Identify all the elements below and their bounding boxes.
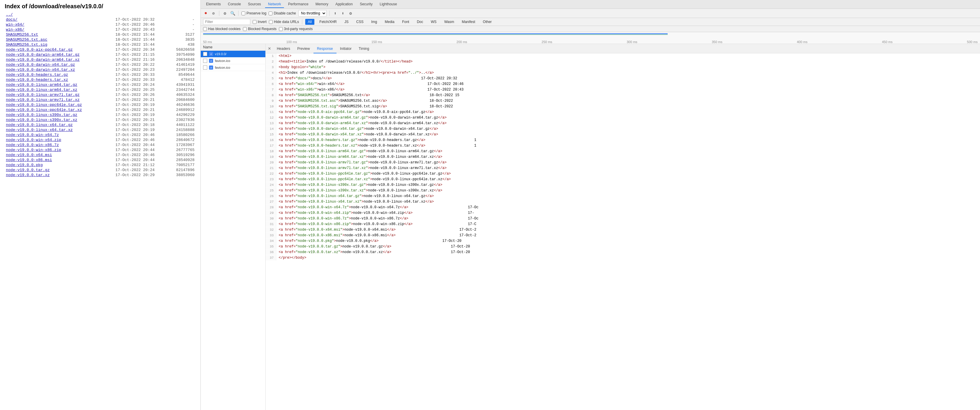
filter-input[interactable]: [203, 19, 250, 25]
entry-link[interactable]: node-v19.0.0-aix-ppc64.tar.gz: [6, 47, 73, 52]
close-details-button[interactable]: ✕: [266, 44, 273, 54]
entry-link[interactable]: node-v19.0.0-linux-ppc64le.tar.xz: [6, 108, 82, 112]
entry-link[interactable]: win-x86/: [6, 27, 24, 32]
entry-link[interactable]: node-v19.0.0-win-x64.7z: [6, 133, 59, 137]
entry-size: 8549644: [169, 72, 196, 77]
invert-checkbox[interactable]: Invert: [253, 20, 267, 24]
request-item[interactable]: d favicon.ico: [201, 57, 266, 64]
entry-link[interactable]: node-v19.0.0-linux-armv7l.tar.xz: [6, 98, 80, 102]
has-blocked-cookies-label: Has blocked cookies: [208, 27, 240, 31]
directory-table: ../ docs/ 17-Oct-2022 20:32 - win-x64/ 1…: [5, 12, 196, 177]
search-icon[interactable]: 🔍: [230, 11, 235, 16]
req-checkbox[interactable]: [203, 65, 207, 70]
filter-icon[interactable]: ⚙: [222, 11, 228, 16]
tab-response[interactable]: Response: [313, 44, 337, 54]
filter-fetch-xhr-button[interactable]: Fetch/XHR: [317, 19, 339, 25]
record-button[interactable]: ●: [203, 11, 208, 16]
entry-link[interactable]: node-v19.0.0-linux-s390x.tar.gz: [6, 113, 77, 117]
tab-memory[interactable]: Memory: [313, 1, 331, 8]
list-item: node-v19.0.0-aix-ppc64.tar.gz 17-Oct-202…: [5, 47, 196, 52]
filter-all-button[interactable]: All: [305, 19, 314, 25]
filter-media-button[interactable]: Media: [382, 19, 397, 25]
req-checkbox[interactable]: [203, 59, 207, 63]
has-blocked-cookies-checkbox[interactable]: Has blocked cookies: [203, 27, 240, 31]
tab-security[interactable]: Security: [357, 1, 375, 8]
entry-link[interactable]: win-x64/: [6, 22, 24, 27]
entry-link[interactable]: node-v19.0.0.pkg: [6, 163, 43, 167]
parent-link[interactable]: ../: [6, 13, 13, 17]
line-content: <a href="node-v19.0.0-darwin-x64.tar.gz"…: [276, 126, 438, 131]
upload-icon[interactable]: ⬆: [332, 11, 338, 16]
entry-link[interactable]: node-v19.0.0-x86.msi: [6, 158, 52, 162]
tab-timing[interactable]: Timing: [355, 44, 373, 54]
entry-link[interactable]: node-v19.0.0-linux-arm64.tar.gz: [6, 82, 77, 87]
disable-cache-checkbox[interactable]: Disable cache: [269, 11, 296, 15]
table-row: 35<a href="node-v19.0.0.tar.gz">node-v19…: [266, 244, 980, 250]
filter-doc-button[interactable]: Doc: [414, 19, 426, 25]
filter-img-button[interactable]: Img: [368, 19, 380, 25]
filter-js-button[interactable]: JS: [342, 19, 351, 25]
tab-preview[interactable]: Preview: [294, 44, 313, 54]
filter-font-button[interactable]: Font: [399, 19, 412, 25]
filter-row-2: Has blocked cookies Blocked Requests 3rd…: [201, 26, 980, 32]
entry-link[interactable]: node-v19.0.0-linux-s390x.tar.xz: [6, 118, 77, 122]
entry-link[interactable]: node-v19.0.0-headers.tar.xz: [6, 78, 68, 82]
entry-size: 23442744: [169, 87, 196, 92]
entry-link[interactable]: node-v19.0.0.tar.xz: [6, 173, 49, 177]
request-item[interactable]: d favicon.ico: [201, 64, 266, 71]
entry-link[interactable]: node-v19.0.0-win-x86.zip: [6, 148, 61, 152]
line-content: <a href="win-x64/">win-x64/</a> 17-Oct-2…: [276, 81, 464, 87]
tab-initiator[interactable]: Initiator: [337, 44, 355, 54]
filter-css-button[interactable]: CSS: [354, 19, 366, 25]
throttling-select[interactable]: No throttling Fast 3G Slow 3G: [298, 10, 326, 16]
tab-elements[interactable]: Elements: [203, 1, 224, 8]
entry-link[interactable]: node-v19.0.0-darwin-x64.tar.gz: [6, 63, 75, 67]
stop-button[interactable]: ⊘: [211, 11, 216, 16]
list-item: node-v19.0.0-x86.msi 17-Oct-2022 20:44 2…: [5, 158, 196, 163]
entry-link[interactable]: node-v19.0.0-linux-ppc64le.tar.gz: [6, 103, 82, 107]
preserve-log-checkbox[interactable]: Preserve log: [242, 11, 266, 15]
tab-network[interactable]: Network: [265, 1, 284, 8]
list-item: SHASUMS256.txt 18-Oct-2022 15:44 3127: [5, 32, 196, 37]
tab-console[interactable]: Console: [225, 1, 244, 8]
entry-link[interactable]: SHASUMS256.txt.asc: [6, 38, 47, 42]
entry-link[interactable]: SHASUMS256.txt: [6, 32, 38, 37]
entry-link[interactable]: node-v19.0.0-linux-x64.tar.gz: [6, 123, 73, 127]
response-lines: 1<html>2<head><title>Index of /download/…: [266, 54, 980, 261]
filter-ws-button[interactable]: WS: [428, 19, 439, 25]
settings-icon[interactable]: ⚙: [348, 11, 353, 16]
entry-link[interactable]: node-v19.0.0-linux-arm64.tar.xz: [6, 88, 77, 92]
entry-link[interactable]: node-v19.0.0-darwin-arm64.tar.xz: [6, 57, 80, 62]
tab-lighthouse[interactable]: Lighthouse: [377, 1, 400, 8]
entry-link[interactable]: node-v19.0.0-linux-armv7l.tar.gz: [6, 93, 80, 97]
entry-link[interactable]: node-v19.0.0.tar.gz: [6, 168, 49, 172]
filter-manifest-button[interactable]: Manifest: [459, 19, 477, 25]
third-party-checkbox[interactable]: 3rd-party requests: [279, 27, 313, 31]
req-icon: d: [209, 52, 213, 56]
entry-link[interactable]: node-v19.0.0-win-x64.zip: [6, 138, 61, 142]
blocked-requests-checkbox[interactable]: Blocked Requests: [243, 27, 277, 31]
entry-link[interactable]: node-v19.0.0-win-x86.7z: [6, 143, 59, 147]
entry-link[interactable]: node-v19.0.0-darwin-x64.tar.xz: [6, 68, 75, 72]
entry-link[interactable]: node-v19.0.0-darwin-arm64.tar.gz: [6, 52, 80, 57]
table-row: 30<a href="node-v19.0.0-win-x86.7z">node…: [266, 216, 980, 222]
tab-performance[interactable]: Performance: [285, 1, 312, 8]
entry-link[interactable]: node-v19.0.0-headers.tar.gz: [6, 73, 68, 77]
entry-link[interactable]: SHASUMS256.txt.sig: [6, 43, 47, 47]
entry-link[interactable]: node-v19.0.0-x64.msi: [6, 153, 52, 157]
entry-link[interactable]: node-v19.0.0-linux-x64.tar.xz: [6, 128, 73, 132]
hide-data-urls-checkbox[interactable]: Hide data URLs: [269, 20, 299, 24]
filter-wasm-button[interactable]: Wasm: [442, 19, 457, 25]
response-content[interactable]: 1<html>2<head><title>Index of /download/…: [266, 54, 980, 410]
line-content: <a href="node-v19.0.0-headers.tar.xz">no…: [276, 143, 476, 148]
tab-application[interactable]: Application: [332, 1, 356, 8]
download-icon[interactable]: ⬇: [340, 11, 346, 16]
filter-other-button[interactable]: Other: [480, 19, 495, 25]
req-checkbox[interactable]: [203, 52, 207, 56]
tab-headers[interactable]: Headers: [273, 44, 294, 54]
tab-sources[interactable]: Sources: [245, 1, 264, 8]
line-number: 25: [266, 188, 276, 193]
line-number: 16: [266, 138, 276, 143]
request-item[interactable]: d v19.0.0/: [201, 51, 266, 57]
entry-link[interactable]: docs/: [6, 17, 18, 22]
